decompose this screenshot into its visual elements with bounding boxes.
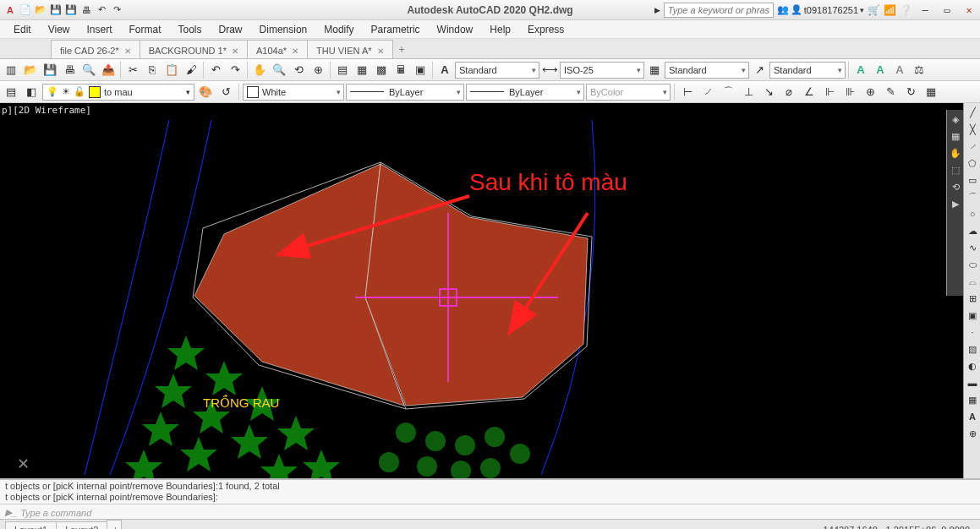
new-icon[interactable]: ▥ xyxy=(2,61,20,79)
tab-file-3[interactable]: THU VIEN A*✕ xyxy=(307,40,392,58)
close-icon[interactable]: ✕ xyxy=(292,46,298,56)
layout-add-button[interactable]: ＋ xyxy=(107,520,122,529)
menu-dimension[interactable]: Dimension xyxy=(251,21,316,38)
dim-linear-icon[interactable]: ⊢ xyxy=(678,83,697,101)
search-input[interactable] xyxy=(664,3,774,18)
menu-help[interactable]: Help xyxy=(481,21,519,38)
dim-dia-icon[interactable]: ⌀ xyxy=(780,83,798,101)
menu-insert[interactable]: Insert xyxy=(78,21,120,38)
rect-icon[interactable]: ▭ xyxy=(965,172,980,188)
window-minimize[interactable]: — xyxy=(916,3,934,18)
mlstyle-select[interactable]: Standard xyxy=(769,62,846,79)
zoom-icon[interactable]: 🔍 xyxy=(270,61,288,79)
app-menu-button[interactable]: A xyxy=(3,3,17,17)
undo-icon[interactable]: ↶ xyxy=(95,3,108,17)
menu-format[interactable]: Format xyxy=(121,21,170,38)
sheet-icon[interactable]: ▦ xyxy=(353,61,371,79)
xline-icon[interactable]: ╳ xyxy=(965,122,980,137)
showmotion-icon[interactable]: ▶ xyxy=(948,196,963,211)
menu-view[interactable]: View xyxy=(40,21,79,38)
menu-draw[interactable]: Draw xyxy=(211,21,251,38)
dimstyle-select[interactable]: ISO-25 xyxy=(560,62,644,79)
publish-icon[interactable]: 📤 xyxy=(99,61,118,79)
preview-icon[interactable]: 🔍 xyxy=(79,61,98,79)
navbar-icon[interactable]: ▦ xyxy=(948,128,963,144)
region-icon[interactable]: ▬ xyxy=(965,375,980,390)
help-icon[interactable]: ❔ xyxy=(900,4,912,16)
save-icon[interactable]: 💾 xyxy=(41,61,59,79)
circle-icon[interactable]: ○ xyxy=(965,206,980,221)
copy-icon[interactable]: ⎘ xyxy=(143,61,162,79)
saveas-icon[interactable]: 💾 xyxy=(64,3,78,17)
add-tab-button[interactable]: ＋ xyxy=(392,40,411,58)
ellipse-icon[interactable]: ⬭ xyxy=(965,257,980,272)
drawing-canvas[interactable]: p][2D Wireframe] xyxy=(0,103,980,478)
annoscale-icon[interactable]: ⚖ xyxy=(910,61,928,79)
textstyle-icon[interactable]: A xyxy=(435,61,454,79)
save-icon[interactable]: 💾 xyxy=(49,3,63,17)
lineweight-select[interactable]: ByLayer xyxy=(466,84,584,101)
stayconnected-icon[interactable]: 📶 xyxy=(884,4,896,16)
line-icon[interactable]: ╱ xyxy=(965,105,980,120)
cut-icon[interactable]: ✂ xyxy=(123,61,142,79)
dim-rad-icon[interactable]: ↘ xyxy=(759,83,778,101)
window-restore[interactable]: ▭ xyxy=(938,3,956,18)
dim-ord-icon[interactable]: ⊥ xyxy=(739,83,758,101)
orbit-icon[interactable]: ⟲ xyxy=(948,179,963,194)
steer-icon[interactable]: ⊕ xyxy=(309,61,327,79)
annoA2-icon[interactable]: A xyxy=(871,61,890,79)
redo-icon[interactable]: ↷ xyxy=(110,3,123,17)
dim-cont-icon[interactable]: ⊪ xyxy=(840,83,859,101)
tab-file-2[interactable]: A104a*✕ xyxy=(247,40,308,58)
zoom-ext-icon[interactable]: ⬚ xyxy=(948,162,963,177)
insert-icon[interactable]: ⊞ xyxy=(965,291,980,306)
arc-icon[interactable]: ⌒ xyxy=(965,189,980,205)
tool-icon[interactable]: ▩ xyxy=(372,61,391,79)
menu-window[interactable]: Window xyxy=(429,21,482,38)
block-icon[interactable]: ▣ xyxy=(965,308,980,323)
pan-icon[interactable]: ✋ xyxy=(250,61,269,79)
search-icon[interactable]: ▶ xyxy=(654,6,660,14)
hatch-icon[interactable]: ▨ xyxy=(965,341,980,357)
undo-icon[interactable]: ↶ xyxy=(206,61,225,79)
dimstyle-icon[interactable]: ⟷ xyxy=(540,61,559,79)
close-icon[interactable]: ✕ xyxy=(232,46,238,56)
addsel-icon[interactable]: ⊕ xyxy=(965,426,980,441)
pline-icon[interactable]: ⟋ xyxy=(965,139,980,154)
polygon-icon[interactable]: ⬠ xyxy=(965,155,980,171)
props-icon[interactable]: ▤ xyxy=(333,61,352,79)
layermatch-icon[interactable]: 🎨 xyxy=(196,83,215,101)
dim-base-icon[interactable]: ⊩ xyxy=(820,83,839,101)
revcloud-icon[interactable]: ☁ xyxy=(965,223,980,238)
mleader-icon[interactable]: ↗ xyxy=(750,61,769,79)
annoA3-icon[interactable]: A xyxy=(890,61,909,79)
ellipsearc-icon[interactable]: ⌓ xyxy=(965,274,980,289)
menu-tools[interactable]: Tools xyxy=(170,21,211,38)
spline-icon[interactable]: ∿ xyxy=(965,240,980,255)
layerprops-icon[interactable]: ▤ xyxy=(2,83,20,101)
layout-tab-1[interactable]: Layout1 xyxy=(5,521,57,530)
linetype-select[interactable]: ByLayer xyxy=(346,84,464,101)
tab-file-1[interactable]: BACKGROUND 1*✕ xyxy=(140,40,248,58)
menu-modify[interactable]: Modify xyxy=(315,21,362,38)
close-icon[interactable]: ✕ xyxy=(377,46,384,56)
point-icon[interactable]: · xyxy=(965,324,980,340)
layerstate-icon[interactable]: ◧ xyxy=(22,83,41,101)
menu-express[interactable]: Express xyxy=(519,21,572,38)
new-icon[interactable]: 📄 xyxy=(19,3,32,17)
gradient-icon[interactable]: ◐ xyxy=(965,358,980,374)
plot-icon[interactable]: 🖶 xyxy=(79,3,93,17)
viewcube-icon[interactable]: ◈ xyxy=(948,112,963,127)
layer-select[interactable]: 💡 ☀ 🔓 to mau ▾ xyxy=(42,84,194,101)
paste-icon[interactable]: 📋 xyxy=(162,61,181,79)
close-icon[interactable]: ✕ xyxy=(17,455,30,473)
orbit-icon[interactable]: ⟲ xyxy=(289,61,308,79)
table-icon[interactable]: ▦ xyxy=(965,392,980,407)
menu-edit[interactable]: Edit xyxy=(5,21,40,38)
mtext-icon[interactable]: A xyxy=(965,409,980,424)
layerprev-icon[interactable]: ↺ xyxy=(216,83,235,101)
signin-user[interactable]: 👥 👤 t0918176251 ▾ xyxy=(777,4,864,15)
command-input[interactable]: ▶_ Type a command xyxy=(0,504,980,521)
close-icon[interactable]: ✕ xyxy=(124,46,131,56)
dim-aligned-icon[interactable]: ⟋ xyxy=(698,83,717,101)
